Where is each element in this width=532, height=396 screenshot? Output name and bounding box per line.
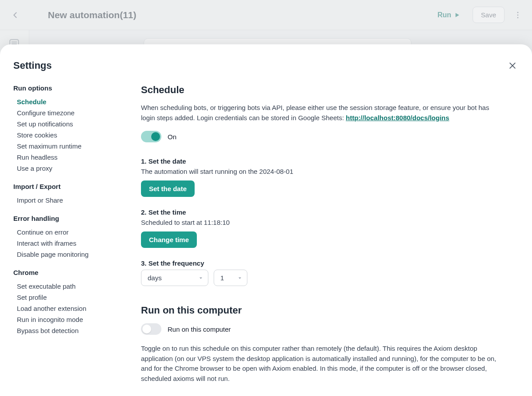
chevron-down-icon: [198, 275, 203, 281]
schedule-toggle[interactable]: [141, 131, 161, 142]
nav-item-use-a-proxy[interactable]: Use a proxy: [17, 163, 132, 174]
nav-item-set-up-notifications[interactable]: Set up notifications: [17, 118, 132, 129]
schedule-toggle-label: On: [168, 133, 176, 141]
nav-item-disable-page-monitoring[interactable]: Disable page monitoring: [17, 249, 132, 260]
schedule-section-title: Schedule: [141, 84, 501, 96]
nav-group-run-options: Run options: [13, 84, 132, 92]
modal-title: Settings: [13, 60, 52, 71]
nav-item-configure-timezone[interactable]: Configure timezone: [17, 107, 132, 118]
nav-group-chrome: Chrome: [13, 269, 132, 276]
step2-title: 2. Set the time: [141, 208, 501, 216]
svg-marker-11: [239, 277, 241, 279]
step-set-date: 1. Set the date The automation will star…: [141, 157, 501, 197]
run-local-section-title: Run on this computer: [141, 305, 501, 316]
nav-item-continue-on-error[interactable]: Continue on error: [17, 227, 132, 238]
settings-content: Schedule When scheduling bots, or trigge…: [141, 84, 519, 383]
run-local-toggle[interactable]: [141, 323, 161, 335]
nav-item-set-profile[interactable]: Set profile: [17, 292, 132, 303]
frequency-unit-select[interactable]: days: [141, 270, 208, 286]
nav-item-interact-with-iframes[interactable]: Interact with iframes: [17, 238, 132, 249]
nav-group-error-handling: Error handling: [13, 215, 132, 222]
run-local-toggle-label: Run on this computer: [168, 325, 231, 333]
schedule-docs-link[interactable]: http://localhost:8080/docs/logins: [346, 114, 449, 122]
frequency-unit-value: days: [148, 274, 162, 282]
step2-desc: Scheduled to start at 11:18:10: [141, 219, 501, 226]
nav-item-import-or-share[interactable]: Import or Share: [17, 195, 132, 206]
nav-item-schedule[interactable]: Schedule: [17, 96, 132, 107]
chevron-down-icon: [237, 275, 243, 281]
nav-group-import-export: Import / Export: [13, 183, 132, 190]
step-set-time: 2. Set the time Scheduled to start at 11…: [141, 208, 501, 248]
close-button[interactable]: [506, 59, 519, 72]
settings-nav: Run options Schedule Configure timezone …: [13, 84, 132, 383]
nav-item-run-in-incognito-mode[interactable]: Run in incognito mode: [17, 314, 132, 325]
step1-desc: The automation will start running on the…: [141, 168, 501, 175]
step-set-frequency: 3. Set the frequency days 1: [141, 259, 501, 286]
nav-item-run-headless[interactable]: Run headless: [17, 152, 132, 163]
nav-item-store-cookies[interactable]: Store cookies: [17, 129, 132, 141]
step3-title: 3. Set the frequency: [141, 259, 501, 267]
frequency-count-select[interactable]: 1: [214, 270, 247, 286]
nav-item-set-maximum-runtime[interactable]: Set maximum runtime: [17, 141, 132, 152]
step1-title: 1. Set the date: [141, 157, 501, 165]
run-local-desc: Toggle on to run this schedule on this c…: [141, 344, 501, 383]
frequency-count-value: 1: [220, 274, 224, 282]
close-icon: [508, 61, 517, 70]
nav-item-bypass-bot-detection[interactable]: Bypass bot detection: [17, 325, 132, 336]
settings-modal: Settings Run options Schedule Configure …: [0, 44, 532, 396]
change-time-button[interactable]: Change time: [141, 231, 197, 248]
schedule-description: When scheduling bots, or triggering bots…: [141, 103, 501, 123]
nav-item-load-another-extension[interactable]: Load another extension: [17, 303, 132, 314]
svg-marker-10: [200, 277, 202, 279]
set-date-button[interactable]: Set the date: [141, 180, 195, 197]
nav-item-set-executable-path[interactable]: Set executable path: [17, 281, 132, 292]
